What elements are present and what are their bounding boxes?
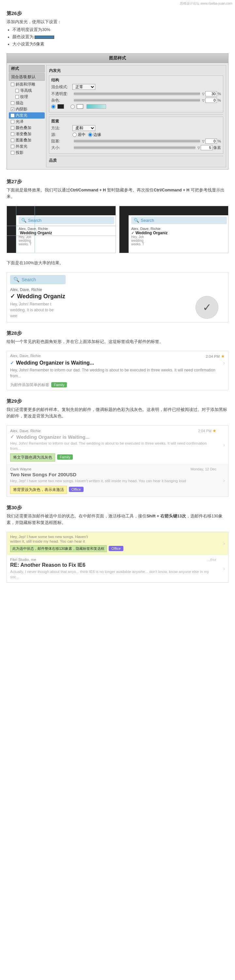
email-item-29-1[interactable]: Alex, Dave, Richie 2:04 PM ★ ✓ Wedding O… <box>7 426 228 465</box>
size-slider[interactable] <box>74 146 195 149</box>
opacity-row: 不透明度: ▽ % <box>51 91 221 96</box>
satin-checkbox[interactable] <box>11 120 14 124</box>
email-29-1-body: Hey, John! Remember to inform our dad. T… <box>10 441 216 451</box>
screenshot-right-inner: 🔍 Search Alex, Dave, Richie ✓ Wedding Or… <box>119 206 228 253</box>
email-30-2-body: Actually, I never though about that anyo… <box>10 569 216 579</box>
footer-label-28: 为邮件添加简单的标签 <box>10 382 49 387</box>
color-radio-group <box>51 104 221 109</box>
stroke-checkbox[interactable] <box>11 101 14 105</box>
gradient-preview <box>86 104 106 109</box>
email-subject-right: ✓ Wedding Organiz <box>131 231 227 235</box>
noise-row: 杂色: ▽ % <box>51 98 221 103</box>
choke-slider[interactable] <box>74 140 200 143</box>
zoom-result-inner: 🔍 Search Alex, Dave, Richie ✓ Wedding Or… <box>7 272 228 322</box>
star-icon-28: ★ <box>221 354 225 359</box>
email-body-left: Hey, Joh <box>19 235 114 239</box>
pattern-overlay-checkbox[interactable] <box>11 138 14 142</box>
gradient-overlay-checkbox[interactable] <box>11 132 14 136</box>
outer-glow-checkbox[interactable] <box>11 145 14 148</box>
email-29-1-header: Alex, Dave, Richie 2:04 PM ★ <box>10 428 216 433</box>
arrow-28: › <box>223 360 225 366</box>
tag-29-1[interactable]: Family <box>57 454 73 460</box>
style-pattern-overlay[interactable]: 图案叠加 <box>9 137 45 143</box>
tag-family-28[interactable]: Family <box>51 382 67 387</box>
email-body-left3: weeks. T <box>19 242 114 246</box>
email-29-2-date: Monday, 12 Dec <box>191 467 216 471</box>
opacity-slider[interactable] <box>74 92 200 95</box>
drop-shadow-checkbox[interactable] <box>11 151 14 154</box>
style-inner-shadow[interactable]: ✓内阴影 <box>9 106 45 112</box>
inner-shadow-checkbox[interactable]: ✓ <box>11 108 14 111</box>
annotation-29-2: 将背景设为灰色，表示未激活 <box>10 486 67 494</box>
step28-desc: 绘制一个常见的彩色圆角矩形，并在它上面添加标记。这堤标签或电子邮件的标签。 <box>6 339 229 345</box>
contour-checkbox[interactable] <box>15 89 19 92</box>
tag-29-2[interactable]: Office <box>69 487 84 492</box>
email-item-30-second[interactable]: Fikri Studio, me ...thur RE: Another Rea… <box>7 555 228 582</box>
style-outer-glow[interactable]: 外发光 <box>9 143 45 150</box>
email-item-29-2[interactable]: Clark Wayne Monday, 12 Dec Two New Songs… <box>7 465 228 496</box>
color-overlay-checkbox[interactable] <box>11 126 14 130</box>
bevel-checkbox[interactable] <box>11 83 14 86</box>
noise-triangle: ▽ <box>202 99 205 102</box>
source-row: 源: 居中 边缘 <box>51 132 221 137</box>
size-input[interactable] <box>201 145 213 150</box>
opacity-input[interactable] <box>205 91 217 96</box>
style-satin[interactable]: 光泽 <box>9 119 45 125</box>
email-29-1-footer: 将文字颜色调为浅灰色 Family <box>10 452 216 461</box>
style-texture[interactable]: 纹理 <box>9 94 45 100</box>
preview-search-bar-left: 🔍 Search <box>19 216 114 224</box>
opacity-unit: % <box>218 92 221 96</box>
email-30-annotations: 此为选中状态，邮件整体右移130象素，隐藏标签和复选框 Office <box>10 544 216 552</box>
step29-section: 第29步 我们还需要更多的邮件样本。复制先前的邮件，微调标题的色彩为浅灰色。这表… <box>0 394 235 425</box>
size-triangle: ▽ <box>197 146 200 150</box>
dialog-body: 样式 混合选项:默认 斜面和浮雕 等高线 纹理 描边 ✓内阴影 ✓内发光 光泽 … <box>7 63 228 169</box>
choke-input[interactable] <box>205 138 217 144</box>
style-stroke[interactable]: 描边 <box>9 100 45 106</box>
screenshot-right: 🔍 Search Alex, Dave, Richie ✓ Wedding Or… <box>119 206 229 253</box>
step26-settings-list: 不透明度设置为30% 颜色设置为 大小设置为5像素 <box>13 27 229 48</box>
color-radio[interactable] <box>51 105 56 109</box>
email-body-right1: Hey, Joh <box>131 235 227 239</box>
zoom-email-body: Hey, John! Remember t wedding. It is abo… <box>10 301 225 319</box>
gradient-radio[interactable] <box>70 105 75 109</box>
style-color-overlay[interactable]: 颜色叠加 <box>9 125 45 131</box>
style-contour[interactable]: 等高线 <box>9 88 45 94</box>
blend-mode-label: 混合模式: <box>51 84 73 89</box>
style-drop-shadow[interactable]: 投影 <box>9 150 45 156</box>
email-item-30-selected[interactable]: Hey, Jep! I have some two new songs. Hav… <box>7 532 228 555</box>
email-body-right3: weeks. T <box>131 242 227 246</box>
noise-input[interactable] <box>205 98 217 103</box>
email-29-2-sender: Clark Wayne <box>10 467 31 471</box>
method-select[interactable]: 柔和 <box>73 125 95 131</box>
zoom-search-bar: 🔍 Search <box>10 275 66 284</box>
email-time-28: 2:04 PM ★ <box>206 354 225 359</box>
arrow-30: › <box>223 541 225 547</box>
color-swatch-dark[interactable] <box>57 104 64 109</box>
side-bar-left <box>7 206 16 253</box>
email-sender-right: Alex, Dave, Richie <box>131 227 227 231</box>
email-item-left: Alex, Dave, Richie Wedding Organiz Hey, … <box>19 226 114 247</box>
watermark: 思维设计论坛 www.riseba-yuan.com <box>0 0 235 6</box>
inner-glow-checkbox[interactable]: ✓ <box>11 114 14 117</box>
email-29-2-body: Hey, Jep! I have some two new songs. Hav… <box>10 478 216 484</box>
styles-header: 样式 <box>9 65 45 73</box>
checkmark-circle: ✓ <box>195 296 218 319</box>
email-card-header-28: Alex, Dave, Richie 2:04 PM ★ <box>7 351 228 360</box>
office-tag-30[interactable]: Office <box>109 546 123 551</box>
dialog-title-bar: 图层样式 <box>7 54 228 63</box>
style-inner-glow[interactable]: ✓内发光 <box>9 112 45 119</box>
quality-label: 品质 <box>49 158 223 163</box>
choke-triangle: ▽ <box>202 140 205 143</box>
noise-slider[interactable] <box>74 99 200 102</box>
style-bevel[interactable]: 斜面和浮雕 <box>9 81 45 88</box>
arrow-30-2: › <box>223 566 225 572</box>
email-card-28[interactable]: Alex, Dave, Richie 2:04 PM ★ ✓ Wedding O… <box>6 351 229 390</box>
email-sender-left: Alex, Dave, Richie <box>19 227 114 231</box>
texture-checkbox[interactable] <box>15 95 19 99</box>
search-text-right: Search <box>141 218 154 223</box>
blend-mode-select[interactable]: 正常 <box>73 84 95 90</box>
top-bar-left <box>7 206 116 215</box>
style-gradient-overlay[interactable]: 渐变叠加 <box>9 131 45 137</box>
step27-section: 第27步 下面就是最终效果。我们可以通过Ctrl/Command + H 暂时隐… <box>0 174 235 206</box>
color-swatch-white[interactable] <box>77 104 83 109</box>
